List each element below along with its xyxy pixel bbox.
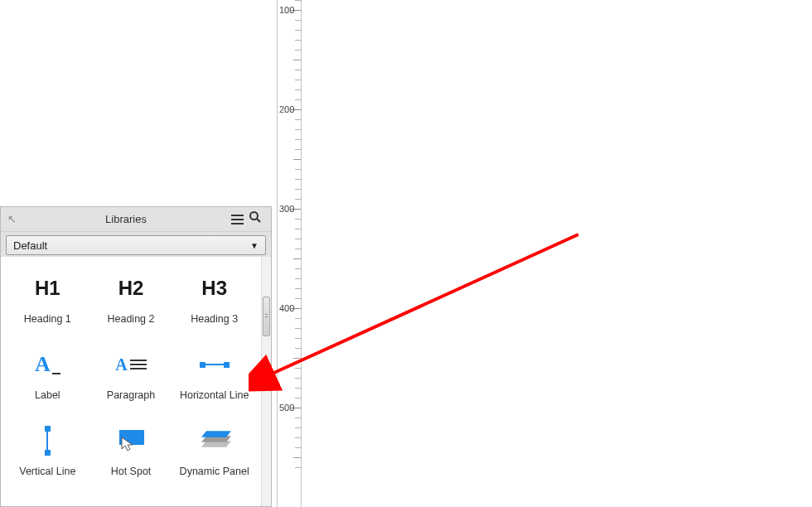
library-select-value: Default: [13, 239, 250, 252]
vertical-ruler: 100200300400500: [277, 0, 302, 507]
heading3-icon: H3: [201, 277, 227, 300]
chevron-down-icon: ▼: [250, 241, 259, 250]
heading1-icon: H1: [35, 277, 60, 300]
panel-detach-icon[interactable]: ↖: [7, 213, 24, 225]
panel-menu-button[interactable]: [228, 211, 246, 228]
panel-title: Libraries: [24, 213, 228, 225]
widget-grid: H1 Heading 1 H2 Heading 2 H3 Heading 3 A…: [1, 257, 261, 485]
library-select-row: Default ▼: [1, 232, 271, 259]
library-select[interactable]: Default ▼: [6, 235, 266, 255]
widget-label: Paragraph: [107, 389, 155, 401]
widget-vertical-line[interactable]: Vertical Line: [6, 424, 89, 477]
widget-heading3[interactable]: H3 Heading 3: [172, 272, 256, 325]
libraries-panel-body: H1 Heading 1 H2 Heading 2 H3 Heading 3 A…: [1, 257, 271, 506]
panel-scrollbar[interactable]: [261, 257, 271, 506]
widget-label: Heading 1: [24, 313, 71, 325]
hotspot-icon: [116, 430, 146, 451]
search-icon: [249, 210, 262, 224]
widget-horizontal-line[interactable]: Horizontal Line: [172, 348, 256, 401]
widget-paragraph[interactable]: A Paragraph: [89, 348, 173, 401]
widget-dynamic-panel[interactable]: Dynamic Panel: [172, 424, 256, 477]
libraries-panel: ↖ Libraries Default ▼ H1 Heading 1 H2 He…: [0, 206, 272, 507]
svg-line-1: [257, 219, 260, 222]
widget-label: Heading 3: [191, 313, 238, 325]
panel-search-button[interactable]: [246, 210, 264, 228]
heading2-icon: H2: [118, 277, 144, 300]
widget-label: Vertical Line: [19, 466, 75, 477]
widget-label[interactable]: A Label: [6, 348, 89, 401]
svg-line-2: [268, 234, 578, 375]
dynamic-panel-icon: [201, 428, 229, 453]
widget-label: Heading 2: [107, 313, 154, 325]
libraries-panel-header: ↖ Libraries: [1, 207, 271, 232]
widget-heading1[interactable]: H1 Heading 1: [6, 272, 89, 325]
horizontal-line-icon: [200, 362, 230, 368]
widget-label: Label: [35, 389, 60, 401]
widget-label: Hot Spot: [111, 466, 152, 477]
widget-label: Dynamic Panel: [180, 466, 249, 477]
label-icon: A: [35, 352, 60, 377]
widget-label: Horizontal Line: [180, 389, 249, 401]
hamburger-icon: [231, 215, 244, 225]
svg-point-0: [250, 212, 258, 220]
widget-hotspot[interactable]: Hot Spot: [89, 424, 173, 477]
panel-scroll-thumb[interactable]: [263, 297, 270, 336]
paragraph-icon: A: [115, 355, 146, 374]
widget-heading2[interactable]: H2 Heading 2: [89, 272, 173, 325]
vertical-line-icon: [45, 426, 51, 456]
